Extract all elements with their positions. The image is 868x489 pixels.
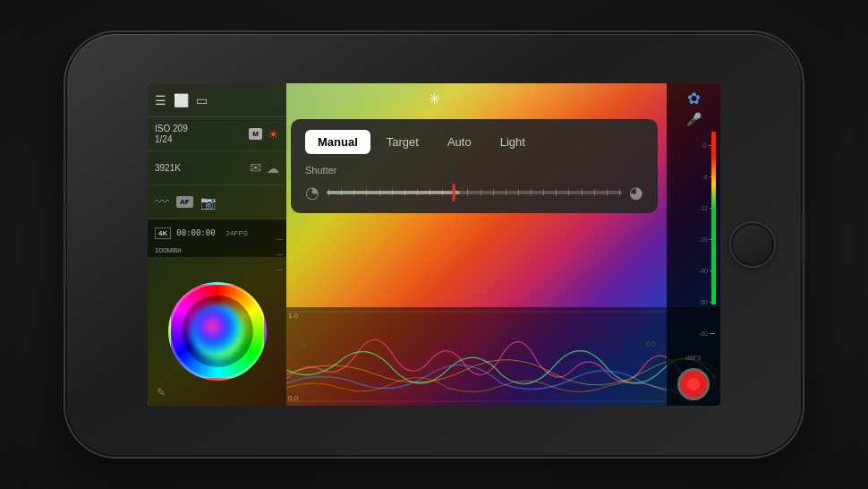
camera-screen: ✳ ☰ ⬜ ▭ ISO 209 1/24 M ☀ 3921K ✉ bbox=[148, 83, 720, 406]
macro-icon[interactable]: ✿ bbox=[687, 89, 701, 108]
stabilizer-icon[interactable]: 〰 bbox=[155, 194, 169, 210]
resolution-badge: 4K bbox=[155, 227, 171, 239]
shutter-left-icon: ◔ bbox=[305, 183, 319, 202]
shutter-slider-container: ◔ ◕ bbox=[305, 183, 643, 202]
edit-icon[interactable]: ✎ bbox=[157, 386, 166, 399]
home-button[interactable] bbox=[729, 221, 776, 268]
vu-meter-bars bbox=[704, 130, 717, 349]
af-badge[interactable]: AF bbox=[176, 196, 193, 208]
record-button[interactable] bbox=[677, 368, 710, 400]
mode-badge[interactable]: M bbox=[249, 128, 262, 140]
dbfs-label: dBFS bbox=[685, 355, 702, 361]
cloud-icon[interactable]: ☁ bbox=[267, 161, 279, 176]
menu-icon[interactable]: ☰ bbox=[155, 93, 166, 107]
tab-light[interactable]: Light bbox=[488, 130, 538, 154]
sun-icon[interactable]: ☀ bbox=[268, 127, 279, 142]
color-wheel-inner bbox=[182, 296, 253, 367]
camera-mode-icon[interactable]: ▭ bbox=[196, 93, 208, 107]
recording-info: 4K 00:00:00 24FPS 100MBit bbox=[148, 219, 286, 257]
svg-text:0.0: 0.0 bbox=[288, 394, 299, 402]
record-dot bbox=[687, 378, 700, 390]
shutter-slider-fill bbox=[327, 191, 460, 194]
iso-label: ISO 209 1/24 bbox=[155, 124, 243, 145]
tab-target[interactable]: Target bbox=[374, 130, 431, 154]
iso-shutter-row[interactable]: ISO 209 1/24 M ☀ bbox=[148, 117, 286, 151]
meter-scale-container: 0 -6 -12 -20 bbox=[670, 130, 717, 349]
phone-shell: ✳ ☰ ⬜ ▭ ISO 209 1/24 M ☀ 3921K ✉ bbox=[67, 34, 801, 455]
shutter-right-icon: ◕ bbox=[629, 183, 643, 202]
left-control-panel: ☰ ⬜ ▭ ISO 209 1/24 M ☀ 3921K ✉ ☁ bbox=[148, 83, 286, 406]
waveform-display: 1.0 0.0 bbox=[286, 307, 720, 406]
exposure-popup: Manual Target Auto Light Shutter ◔ bbox=[291, 119, 658, 213]
power-button[interactable] bbox=[802, 213, 805, 262]
volume-down-button[interactable] bbox=[63, 249, 66, 285]
right-meter-panel: ✿ 🎤 0 -6 -12 bbox=[667, 83, 720, 406]
timecode: 00:00:00 bbox=[176, 228, 215, 237]
color-wheel-splash bbox=[191, 305, 244, 358]
shutter-slider-track[interactable] bbox=[327, 191, 622, 194]
volume-up-button[interactable] bbox=[63, 204, 66, 240]
bitrate-label: 100MBit bbox=[155, 246, 181, 254]
video-camera-icon[interactable]: 📷 bbox=[200, 195, 216, 210]
shutter-slider-thumb[interactable] bbox=[452, 184, 455, 202]
scale-mark-2: — bbox=[277, 251, 283, 257]
scale-mark-1: — bbox=[277, 236, 283, 242]
tab-manual[interactable]: Manual bbox=[305, 130, 370, 154]
shutter-label: Shutter bbox=[305, 165, 643, 176]
stabilizer-row: 〰 AF 📷 bbox=[148, 185, 286, 219]
svg-text:1.0: 1.0 bbox=[288, 312, 299, 320]
color-wheel[interactable] bbox=[168, 282, 267, 381]
exposure-mode-tabs: Manual Target Auto Light bbox=[305, 130, 643, 154]
wb-label: 3921K bbox=[155, 163, 244, 174]
frame-icon[interactable]: ⬜ bbox=[174, 93, 189, 107]
brightness-icon-top: ✳ bbox=[429, 90, 440, 107]
vu-bar-1 bbox=[711, 132, 716, 305]
microphone-icon[interactable]: 🎤 bbox=[686, 112, 702, 126]
wb-icon[interactable]: ✉ bbox=[250, 159, 261, 176]
white-balance-row[interactable]: 3921K ✉ ☁ bbox=[148, 151, 286, 185]
tab-auto[interactable]: Auto bbox=[435, 130, 484, 154]
top-toolbar: ☰ ⬜ ▭ bbox=[148, 83, 286, 117]
color-wheel-area: ✎ bbox=[148, 257, 286, 406]
fps-label: 24FPS bbox=[226, 229, 248, 237]
